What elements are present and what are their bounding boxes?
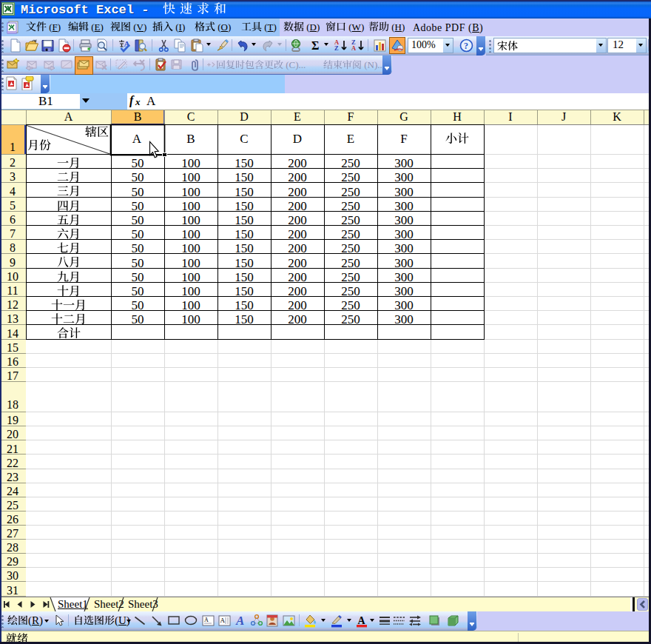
svg-text:Σ: Σ [311, 39, 319, 52]
svg-text:A: A [204, 617, 209, 623]
svg-text:A: A [358, 615, 366, 626]
svg-text:A: A [235, 614, 244, 628]
svg-text:?: ? [464, 41, 468, 51]
svg-text:A: A [220, 617, 226, 624]
svg-text:Z: Z [334, 44, 339, 52]
svg-text:A: A [351, 44, 357, 52]
